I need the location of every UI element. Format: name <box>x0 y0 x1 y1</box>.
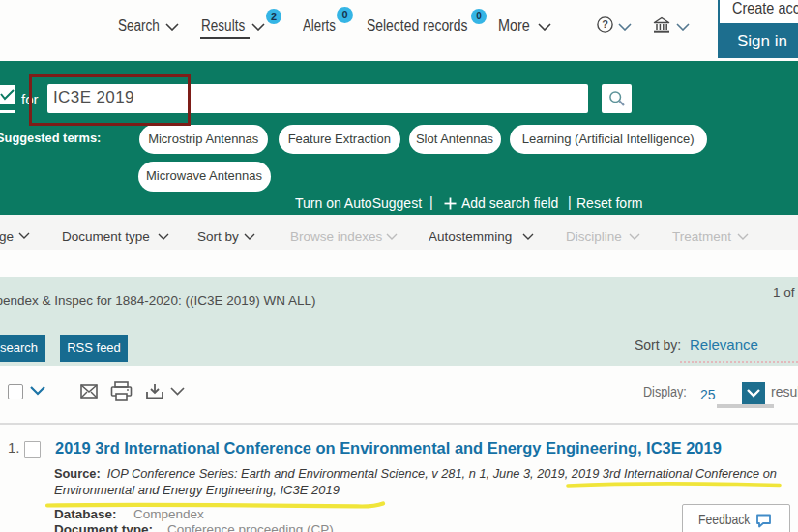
svg-text:?: ? <box>602 18 608 30</box>
